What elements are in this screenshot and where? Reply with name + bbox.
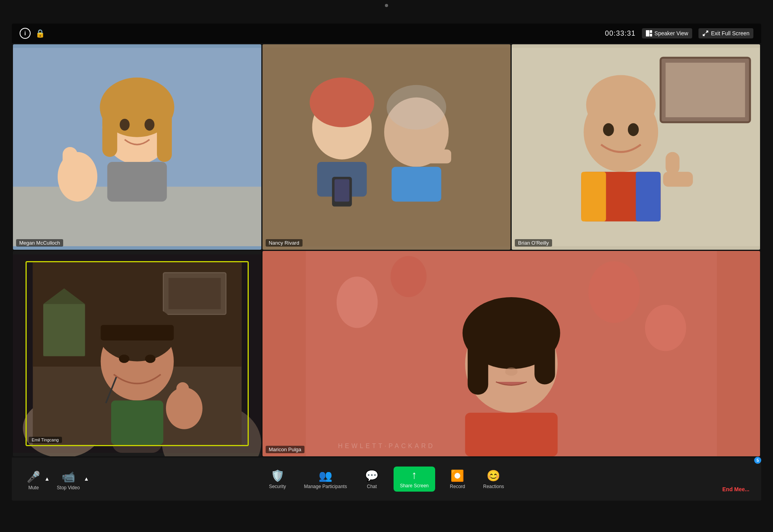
mute-label: Mute: [28, 485, 39, 490]
exit-fullscreen-label: Exit Full Screen: [711, 30, 749, 36]
monitor-frame: i 🔒 00:33:31 Speaker View: [0, 0, 773, 532]
manage-participants-label: Manage Participants: [304, 484, 347, 489]
brian-name-tag: Brian O'Reilly: [515, 239, 552, 247]
maricon-name-tag: Maricon Pulga: [266, 446, 304, 453]
top-bar-right: 00:33:31 Speaker View: [605, 28, 753, 38]
svg-rect-16: [60, 167, 95, 184]
chat-label: Chat: [367, 484, 377, 489]
svg-rect-39: [666, 152, 680, 174]
svg-rect-68: [467, 333, 488, 395]
end-meeting-label: End Mee...: [722, 486, 749, 492]
speaker-view-label: Speaker View: [654, 30, 688, 36]
info-icon[interactable]: i: [20, 28, 31, 39]
mute-button[interactable]: 🎤 Mute: [24, 469, 44, 493]
video-tile-maricon: Maricon Pulga: [263, 251, 760, 456]
svg-rect-23: [334, 179, 349, 202]
megan-name-tag: Megan McCulloch: [16, 239, 63, 247]
chat-icon: 💬: [365, 470, 379, 481]
microphone-icon: 🎤: [27, 472, 40, 483]
video-tile-megan: Megan McCulloch: [13, 44, 261, 250]
top-bar: i 🔒 00:33:31 Speaker View: [12, 24, 761, 43]
exit-fullscreen-icon: [702, 30, 709, 36]
svg-rect-37: [581, 172, 606, 222]
speaker-view-icon: [646, 30, 652, 36]
svg-rect-2: [650, 34, 652, 36]
svg-rect-10: [157, 107, 172, 162]
maricon-video: [263, 251, 760, 456]
megan-video: [13, 44, 261, 250]
hp-watermark: HEWLETT·PACKARD: [338, 443, 435, 450]
svg-point-34: [603, 123, 614, 136]
svg-rect-69: [534, 333, 555, 385]
svg-rect-40: [663, 172, 693, 187]
svg-point-11: [120, 119, 129, 131]
svg-rect-26: [392, 167, 441, 202]
svg-point-63: [390, 256, 427, 297]
svg-point-20: [310, 78, 374, 127]
video-tile-brian: Brian O'Reilly: [512, 44, 760, 250]
svg-rect-0: [646, 30, 649, 36]
svg-point-12: [144, 119, 154, 131]
webcam-dot: [385, 4, 388, 7]
security-icon: 🛡️: [271, 470, 284, 481]
share-screen-button[interactable]: ↑ Share Screen: [394, 467, 435, 492]
svg-rect-38: [636, 172, 661, 222]
svg-point-33: [586, 75, 656, 135]
stop-video-button[interactable]: 📹 Stop Video: [54, 469, 83, 493]
svg-rect-48: [168, 278, 221, 309]
participants-count-badge: 5: [754, 457, 761, 464]
svg-rect-18: [263, 48, 511, 246]
video-group: 📹 Stop Video ▲: [54, 469, 90, 493]
mute-caret-button[interactable]: ▲: [44, 474, 51, 493]
record-label: Record: [450, 484, 465, 489]
nancy-name-tag: Nancy Rivard: [266, 239, 303, 247]
svg-rect-28: [424, 149, 451, 163]
emil-name-tag: Emil Tingcang: [29, 437, 62, 443]
svg-rect-52: [100, 325, 173, 341]
end-meeting-button[interactable]: End Mee...: [722, 486, 749, 492]
video-tile-local: Emil Tingcang: [13, 251, 261, 456]
svg-rect-56: [111, 401, 163, 445]
brian-video: [512, 44, 760, 250]
svg-point-25: [386, 85, 446, 130]
mute-group: 🎤 Mute ▲: [24, 469, 51, 493]
security-button[interactable]: 🛡️ Security: [266, 468, 289, 492]
svg-rect-71: [465, 413, 558, 456]
toolbar-left: 🎤 Mute ▲ 📹 Stop Video ▲: [24, 469, 90, 493]
svg-point-53: [119, 355, 129, 363]
share-screen-label: Share Screen: [400, 483, 428, 488]
svg-rect-9: [102, 107, 117, 157]
stop-video-label: Stop Video: [57, 485, 80, 490]
svg-rect-27: [426, 132, 439, 152]
svg-rect-31: [666, 63, 745, 117]
emil-video-inner: [27, 262, 248, 445]
svg-rect-1: [650, 30, 652, 33]
svg-point-35: [628, 123, 639, 136]
toolbar: 🎤 Mute ▲ 📹 Stop Video ▲ 🛡️ Se: [12, 458, 761, 501]
record-button[interactable]: ⏺️ Record: [447, 468, 469, 492]
meeting-timer: 00:33:31: [605, 29, 636, 38]
manage-participants-button[interactable]: 👥 5 Manage Participants: [301, 468, 350, 492]
svg-rect-13: [107, 162, 167, 202]
video-caret-button[interactable]: ▲: [83, 474, 90, 493]
screen: i 🔒 00:33:31 Speaker View: [12, 24, 761, 501]
exit-fullscreen-button[interactable]: Exit Full Screen: [698, 28, 753, 38]
video-grid: Megan McCulloch: [12, 43, 761, 458]
video-tile-nancy: Nancy Rivard: [263, 44, 511, 250]
top-bar-left: i 🔒: [20, 28, 45, 39]
emil-active-frame: Emil Tingcang: [26, 261, 249, 446]
speaker-view-button[interactable]: Speaker View: [642, 28, 692, 38]
video-camera-icon: 📹: [62, 472, 75, 483]
toolbar-center: 🛡️ Security 👥 5 Manage Participants 💬 Ch…: [266, 467, 507, 492]
share-screen-icon: ↑: [412, 470, 417, 481]
chat-button[interactable]: 💬 Chat: [362, 468, 382, 492]
svg-point-65: [645, 305, 686, 351]
record-icon: ⏺️: [450, 470, 464, 481]
svg-point-70: [505, 367, 517, 376]
reactions-label: Reactions: [483, 484, 504, 489]
nancy-video: [263, 44, 511, 250]
svg-point-64: [588, 261, 640, 323]
participants-icon: 👥: [319, 470, 332, 481]
svg-rect-58: [176, 382, 189, 403]
reactions-button[interactable]: 😊 Reactions: [480, 468, 507, 492]
